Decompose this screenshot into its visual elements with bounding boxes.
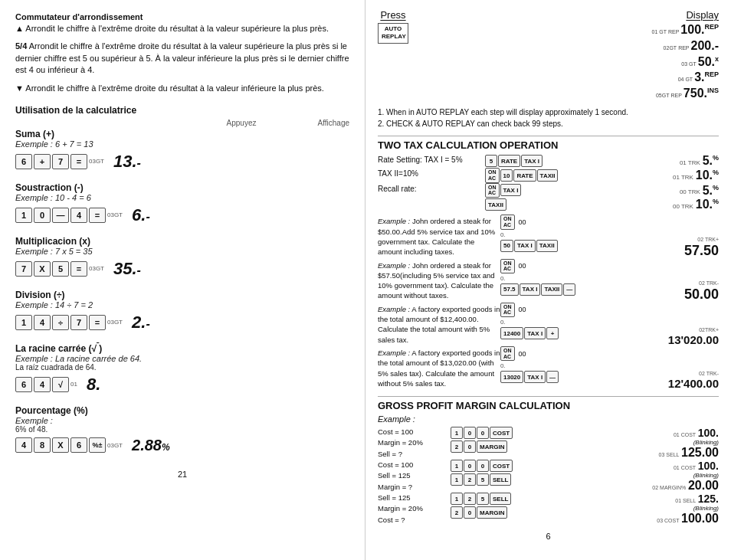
gp-row2: Cost = 100 Sell = 125 Margin = ? 1 0 0 C… xyxy=(378,460,719,493)
gp-row3: Sell = 125 Margin = 20% Cost = ? 1 2 5 S… xyxy=(378,493,719,526)
rounding-title: Commutateur d'arrondissement xyxy=(15,12,349,21)
ex1-disp1: 0. xyxy=(500,231,631,238)
tax1-keys-cell: 5 RATE TAX I xyxy=(485,154,628,168)
gp-row1-keys: 1 0 0 COST 2 0 MARGIN xyxy=(451,427,580,460)
key-10-tax: 10 xyxy=(500,169,513,182)
gp-r2-key-row2: 1 2 5 SELL xyxy=(451,473,580,486)
dl3-gt: 03 GT xyxy=(681,61,696,67)
gp-title: GROSS PROFIT MARGIN CALCULATION xyxy=(378,396,719,411)
rounding-section: Commutateur d'arrondissement ▲ Arrondit … xyxy=(15,12,349,94)
key-1: 1 xyxy=(15,208,32,223)
ex3-zero: 00 xyxy=(519,306,526,313)
gp-r3-gt2: 03 COST xyxy=(657,518,679,523)
sqrt-result: 8. xyxy=(87,375,100,395)
utilisation-title: Utilisation de la calculatrice xyxy=(15,105,349,116)
gp-r3-l2: Margin = 20% xyxy=(378,503,451,514)
key-4p: 4 xyxy=(15,437,32,453)
gp-row3-results: 01 SELL 125. (Blinking) 03 COST 100.00 xyxy=(580,493,719,526)
tax1-key-row: 5 RATE TAX I xyxy=(485,155,628,167)
key-plus-ex3: + xyxy=(546,327,559,339)
ex2-gt: 02 TRK- xyxy=(699,280,719,286)
arrow-down-icon: ▼ xyxy=(15,84,24,93)
tax-ex2-key-row1: ONAC 00 xyxy=(500,259,631,273)
gp-r1-key-row2: 2 0 MARGIN xyxy=(451,440,580,453)
div-result: 2.- xyxy=(132,313,150,332)
gp-r1-gt1: 01 COST xyxy=(674,432,696,437)
gp-r1-l3: Sell = ? xyxy=(378,449,451,460)
key-2-gp2: 2 xyxy=(464,473,476,486)
div-keys: 1 4 ÷ 7 = 03GT 2.- xyxy=(15,313,349,332)
dl2-rep: REP xyxy=(678,44,689,51)
note2: 2. CHECK & AUTO REPLAY can check back 99… xyxy=(378,118,719,129)
gp-r2-l2: Sell = 125 xyxy=(378,470,451,481)
div-title: Division (÷) xyxy=(15,290,349,300)
sqrt-block: La racine carrée (√ ) Exemple : La racin… xyxy=(15,343,349,395)
recall1-gt: 00 TRK xyxy=(680,189,700,196)
key-6p: 6 xyxy=(70,437,87,453)
dl5-rep: REP xyxy=(670,92,681,99)
key-13020-ex4: 13020 xyxy=(500,371,523,383)
gp-row2-desc: Cost = 100 Sell = 125 Margin = ? xyxy=(378,460,451,493)
mult-keys: 7 X 5 = 03GT 35.- xyxy=(15,259,349,279)
tax-ex4-key-row2: 13020 TAX I — xyxy=(500,371,631,383)
mult-title: Multiplicacion (x) xyxy=(15,236,349,247)
key-1a-gp2: 1 xyxy=(451,473,463,486)
dl1-gt: 01 GT xyxy=(651,28,666,35)
tax-ex3-result-cell: 02TRK+ 13'020.00 xyxy=(631,303,719,346)
key-0m-gp1: 0 xyxy=(464,440,476,453)
key-pct: %± xyxy=(89,437,106,453)
key-rate-tax: RATE xyxy=(498,155,520,167)
key-xp: X xyxy=(52,437,69,453)
soustraction-subtitle: Exemple : 10 - 4 = 6 xyxy=(15,193,349,202)
key-minus-ex2: — xyxy=(563,283,575,296)
ex1-result: 57.50 xyxy=(684,243,719,258)
soustraction-block: Soustraction (-) Exemple : 10 - 4 = 6 1 … xyxy=(15,182,349,225)
pct-subtitle: Exemple : xyxy=(15,416,349,425)
gp-r1-gt2: 03 SELL xyxy=(659,452,680,457)
key-margin-gp3: MARGIN xyxy=(477,506,507,519)
tax-ex2-keys-col: ONAC 00 0. 57.5 TAX I TAXII — xyxy=(500,259,631,303)
gp-r1-l1: Cost = 100 xyxy=(378,427,451,437)
ex2-zero: 00 xyxy=(519,262,526,270)
rounding-54-text: 5/4 Arrondit le chiffre à l'extrême droi… xyxy=(15,41,349,76)
suma-keys: 6 + 7 = 03GT 13.- xyxy=(15,152,349,172)
tax-ex4-row: Example : A factory exported goods in th… xyxy=(378,346,719,390)
pct-title: Pourcentage (%) xyxy=(15,405,349,416)
recall2-empty xyxy=(378,198,485,211)
key-0b-gp2: 0 xyxy=(477,460,489,472)
key-2b-gp3: 2 xyxy=(451,506,463,519)
tax-ex3-key-row1: ONAC 00 xyxy=(500,303,631,317)
key-7d: 7 xyxy=(70,315,87,330)
ex4-zero: 00 xyxy=(519,350,526,358)
tax-rate-setting-row: Rate Setting: TAX I = 5% 5 RATE TAX I 01… xyxy=(378,154,719,168)
tax2-label: TAX II=10% xyxy=(378,169,418,178)
key-4: 4 xyxy=(70,208,87,223)
arrow-up-icon: ▲ xyxy=(15,24,24,33)
display-line-5: 05GT REP 750.INS xyxy=(651,86,719,102)
sqrt-keys: 6 4 √ 01 8. xyxy=(15,375,349,395)
dl4-val: 3.REP xyxy=(694,70,719,86)
auto-replay-button[interactable]: AUTO REPLAY xyxy=(378,23,408,44)
dl1-rep: REP xyxy=(668,28,679,35)
recall2-key-row: TAXII xyxy=(485,198,628,211)
key-eq4: = xyxy=(89,315,106,330)
key-0b-gp1: 0 xyxy=(477,427,489,439)
press-label: Press xyxy=(380,9,405,21)
display-line-4: 04 GT 3.REP xyxy=(651,70,719,86)
mult-gt: 03GT xyxy=(89,265,104,272)
key-6: 6 xyxy=(15,154,32,169)
key-div: ÷ xyxy=(52,315,69,330)
gp-row1-results: 01 COST 100. (Blinking) 03 SELL 125.00 xyxy=(580,427,719,460)
key-8p: 8 xyxy=(34,437,51,453)
auto-replay-line2: REPLAY xyxy=(382,33,405,41)
key-sqrt: √ xyxy=(52,377,69,392)
key-taxi-tax: TAX I xyxy=(521,155,543,167)
gp-r2-blinking: (Blinking) xyxy=(580,472,719,479)
gp-r2-key-row1: 1 0 0 COST xyxy=(451,460,580,472)
gp-table: Cost = 100 Margin = 20% Sell = ? 1 0 0 C… xyxy=(378,427,719,526)
key-5m: 5 xyxy=(52,261,69,277)
key-onac-ex3: ONAC xyxy=(500,303,515,317)
key-0-gp1: 0 xyxy=(464,427,476,439)
recall2-gt: 00 TRK xyxy=(673,203,693,210)
tax-ex1-row: Example : John ordered a steak for $50.0… xyxy=(378,215,719,258)
